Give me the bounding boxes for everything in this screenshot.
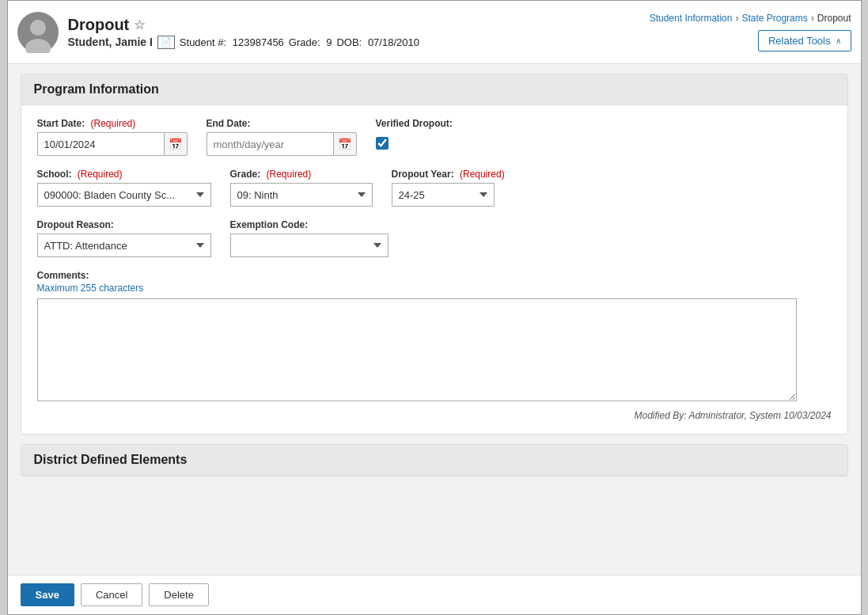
header-info: Dropout ☆ Student, Jamie I 📄 Student #: …	[68, 16, 419, 49]
cancel-button[interactable]: Cancel	[81, 583, 142, 606]
grade-required: (Required)	[267, 169, 312, 180]
related-tools-label: Related Tools	[768, 35, 831, 47]
program-information-body: Start Date: (Required) 📅 End Date:	[21, 105, 847, 434]
dropout-reason-select[interactable]: ATTD: Attendance	[37, 233, 211, 257]
district-defined-header: District Defined Elements	[21, 445, 847, 476]
grade-label: Grade: (Required)	[230, 169, 373, 180]
dropout-year-required: (Required)	[460, 169, 505, 180]
favorite-star-icon[interactable]: ☆	[134, 17, 145, 32]
app-window: Dropout ☆ Student, Jamie I 📄 Student #: …	[7, 0, 862, 615]
end-date-group: End Date: 📅	[207, 118, 357, 156]
related-tools-button[interactable]: Related Tools ∧	[758, 30, 851, 51]
start-date-required: (Required)	[91, 118, 136, 129]
form-row-2: School: (Required) 090000: Bladen County…	[37, 169, 832, 207]
comments-label: Comments:	[37, 270, 832, 281]
program-information-header: Program Information	[21, 74, 847, 105]
header-right: Student Information › State Programs › D…	[650, 13, 851, 51]
form-row-3: Dropout Reason: ATTD: Attendance Exempti…	[37, 219, 832, 257]
start-date-group: Start Date: (Required) 📅	[37, 118, 188, 156]
student-name: Student, Jamie I	[68, 36, 153, 48]
dropout-year-select[interactable]: 24-25	[392, 183, 495, 207]
breadcrumb-sep-1: ›	[735, 13, 738, 24]
comments-textarea[interactable]	[37, 298, 797, 401]
verified-dropout-checkbox[interactable]	[376, 137, 389, 150]
delete-button[interactable]: Delete	[149, 583, 209, 606]
student-details: Student, Jamie I 📄 Student #: 123987456 …	[68, 36, 419, 49]
student-grade-label: Grade: 9	[289, 36, 332, 48]
end-date-input[interactable]	[207, 132, 333, 156]
start-date-calendar-button[interactable]: 📅	[164, 132, 188, 156]
school-required: (Required)	[78, 169, 123, 180]
breadcrumb-sep-2: ›	[811, 13, 814, 24]
dropout-reason-label: Dropout Reason:	[37, 219, 211, 230]
start-date-input[interactable]	[37, 132, 164, 156]
dropout-reason-group: Dropout Reason: ATTD: Attendance	[37, 219, 211, 257]
dropout-year-label: Dropout Year: (Required)	[392, 169, 505, 180]
breadcrumb-state-programs[interactable]: State Programs	[741, 13, 807, 24]
exemption-code-group: Exemption Code:	[230, 219, 389, 257]
comments-char-limit: Maximum 255 characters	[37, 283, 832, 294]
start-date-label: Start Date: (Required)	[37, 118, 188, 129]
avatar	[17, 12, 59, 53]
chevron-up-icon: ∧	[836, 36, 841, 45]
footer: Save Cancel Delete	[8, 575, 861, 614]
student-number-label: Student #: 123987456	[180, 36, 284, 48]
school-group: School: (Required) 090000: Bladen County…	[37, 169, 211, 207]
header-left: Dropout ☆ Student, Jamie I 📄 Student #: …	[17, 12, 419, 53]
exemption-code-label: Exemption Code:	[230, 219, 389, 230]
verified-dropout-group: Verified Dropout:	[376, 118, 453, 150]
svg-point-1	[30, 20, 46, 36]
student-dob-label: DOB: 07/18/2010	[336, 36, 419, 48]
modified-by: Modified By: Administrator, System 10/03…	[37, 410, 832, 421]
end-date-calendar-button[interactable]: 📅	[333, 132, 357, 156]
district-defined-card: District Defined Elements	[21, 444, 848, 476]
verified-dropout-wrapper	[376, 137, 453, 150]
student-doc-icon[interactable]: 📄	[157, 36, 175, 49]
verified-dropout-label: Verified Dropout:	[376, 118, 453, 129]
save-button[interactable]: Save	[21, 583, 74, 606]
form-row-1: Start Date: (Required) 📅 End Date:	[37, 118, 832, 156]
breadcrumb-current: Dropout	[817, 13, 851, 24]
start-date-input-wrapper: 📅	[37, 132, 188, 156]
comments-label-row: Comments: Maximum 255 characters	[37, 270, 832, 294]
main-content: Program Information Start Date: (Require…	[8, 64, 861, 575]
school-select[interactable]: 090000: Bladen County Sc...	[37, 183, 211, 207]
breadcrumb-student-information[interactable]: Student Information	[650, 13, 733, 24]
exemption-code-select[interactable]	[230, 233, 389, 257]
header: Dropout ☆ Student, Jamie I 📄 Student #: …	[8, 1, 861, 64]
school-label: School: (Required)	[37, 169, 211, 180]
page-title-row: Dropout ☆	[68, 16, 419, 34]
page-title: Dropout	[68, 16, 130, 34]
dropout-year-group: Dropout Year: (Required) 24-25	[392, 169, 505, 207]
program-information-card: Program Information Start Date: (Require…	[21, 74, 848, 435]
end-date-label: End Date:	[207, 118, 357, 129]
breadcrumb: Student Information › State Programs › D…	[650, 13, 851, 24]
grade-group: Grade: (Required) 09: Ninth	[230, 169, 373, 207]
end-date-input-wrapper: 📅	[207, 132, 357, 156]
grade-select[interactable]: 09: Ninth	[230, 183, 373, 207]
